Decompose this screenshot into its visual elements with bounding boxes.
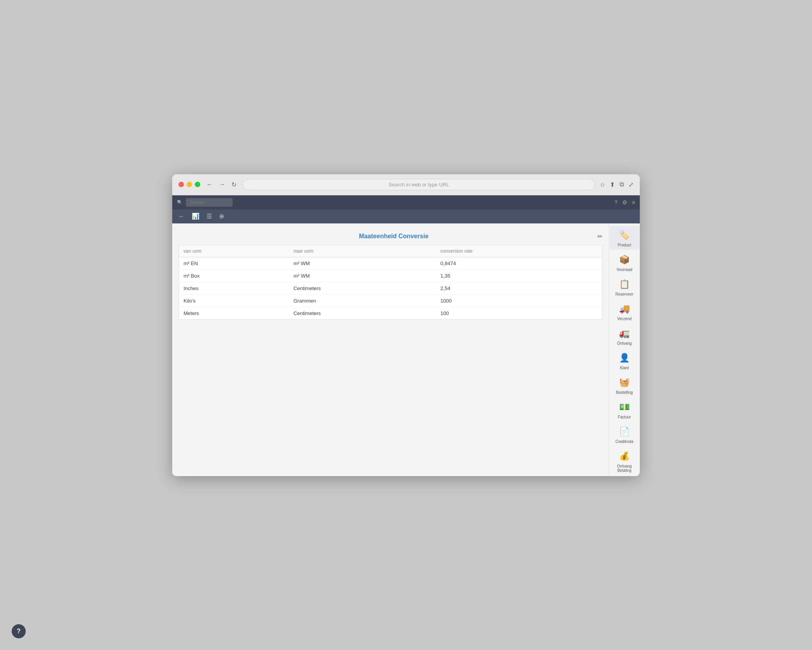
- table-body: m² EN m² WM 0,8474 m² Box m² WM 1,35 Inc…: [179, 257, 602, 319]
- back-nav-button[interactable]: ←: [177, 211, 186, 221]
- sidebar-item-label: Bestelling: [616, 390, 633, 395]
- sidebar-item-label: Creditnota: [615, 439, 633, 444]
- traffic-lights: [178, 182, 200, 187]
- cell-conversion-rate: 1000: [436, 294, 602, 307]
- back-button[interactable]: ←: [205, 180, 214, 189]
- col-conversion-rate: conversion rate: [436, 245, 602, 257]
- sidebar-item-label: Ontvang Betaling: [611, 464, 638, 473]
- sidebar-item-leverancier[interactable]: 🧑 Leverancier: [610, 476, 639, 476]
- share-button[interactable]: ⬆: [610, 181, 615, 188]
- table-row[interactable]: Inches Centimeters 2,54: [179, 282, 602, 294]
- cell-naar-uom: Centimeters: [289, 307, 436, 319]
- sidebar-item-creditnota[interactable]: 📄 Creditnota: [610, 422, 639, 446]
- cell-conversion-rate: 0,8474: [436, 257, 602, 269]
- sidebar-icon: 🧺: [618, 375, 632, 390]
- sidebar-item-ontvang-betaling[interactable]: 💰 Ontvang Betaling: [610, 447, 639, 475]
- table-row[interactable]: Kilo's Grammen 1000: [179, 294, 602, 307]
- sidebar-icon: 📦: [618, 253, 632, 267]
- top-bar-left: 🔍: [177, 198, 233, 207]
- sidebar-item-label: Factuur: [618, 415, 631, 419]
- sidebar-item-label: Voorraad: [616, 267, 632, 272]
- search-icon: 🔍: [177, 200, 183, 205]
- sidebar-icon: 📄: [618, 425, 632, 439]
- top-bar-right: ? ⚙ ≡: [614, 199, 635, 205]
- cell-naar-uom: m² WM: [289, 269, 436, 282]
- table-header: van uom naar uom conversion rate: [179, 245, 602, 257]
- edit-button[interactable]: ✏: [597, 233, 602, 240]
- close-button[interactable]: [178, 182, 184, 187]
- cell-van-uom: m² Box: [179, 269, 289, 282]
- browser-actions: ☆ ⬆ ⧉ ⤢: [600, 181, 634, 188]
- cell-van-uom: m² EN: [179, 257, 289, 269]
- cell-van-uom: Kilo's: [179, 294, 289, 307]
- fullscreen-button[interactable]: ⤢: [628, 181, 634, 188]
- cell-naar-uom: Grammen: [289, 294, 436, 307]
- chart-button[interactable]: 📊: [190, 211, 201, 221]
- sidebar-item-label: Product: [618, 243, 631, 247]
- sidebar-item-voorraad[interactable]: 📦 Voorraad: [610, 250, 639, 274]
- sidebar-icon: 💰: [618, 449, 632, 463]
- sidebar-item-ontvang[interactable]: 🚛 Ontvang: [610, 324, 639, 348]
- search-input[interactable]: [186, 198, 233, 207]
- sidebar-item-label: Reserveer: [615, 292, 633, 296]
- cell-van-uom: Inches: [179, 282, 289, 294]
- sidebar-icon: 💵: [618, 400, 632, 414]
- minimize-button[interactable]: [187, 182, 192, 187]
- page-title: Maateenheid Conversie: [190, 233, 597, 240]
- app-container: 🔍 ? ⚙ ≡ ← 📊 ☰ ⊕ Maateenheid Conver: [172, 195, 640, 476]
- table-row[interactable]: Meters Centimeters 100: [179, 307, 602, 319]
- sidebar-item-klant[interactable]: 👤 Klant: [610, 349, 639, 372]
- menu-icon[interactable]: ≡: [632, 199, 635, 205]
- sidebar-icon: 🚚: [618, 302, 632, 316]
- table-row[interactable]: m² Box m² WM 1,35: [179, 269, 602, 282]
- main-area: Maateenheid Conversie ✏ van uom naar uom…: [172, 223, 640, 476]
- col-naar-uom: naar uom: [289, 245, 436, 257]
- cell-van-uom: Meters: [179, 307, 289, 319]
- help-icon[interactable]: ?: [614, 199, 618, 205]
- cell-naar-uom: m² WM: [289, 257, 436, 269]
- sidebar-icon: 🏷️: [618, 228, 632, 242]
- help-button[interactable]: ?: [12, 624, 26, 638]
- sidebar-item-reserveer[interactable]: 📋 Reserveer: [610, 275, 639, 299]
- sidebar-item-factuur[interactable]: 💵 Factuur: [610, 398, 639, 422]
- cell-naar-uom: Centimeters: [289, 282, 436, 294]
- top-bar: 🔍 ? ⚙ ≡: [172, 195, 640, 209]
- cell-conversion-rate: 100: [436, 307, 602, 319]
- browser-navigation: ← → ↻: [205, 180, 238, 189]
- sidebar-item-product[interactable]: 🏷️ Product: [610, 226, 639, 250]
- sidebar-item-verzend[interactable]: 🚚 Verzend: [610, 299, 639, 323]
- cell-conversion-rate: 2,54: [436, 282, 602, 294]
- sidebar-item-label: Klant: [620, 366, 629, 370]
- url-bar[interactable]: Search in web or type URL: [243, 179, 595, 190]
- col-van-uom: van uom: [179, 245, 289, 257]
- sidebar-item-label: Verzend: [617, 317, 632, 321]
- right-sidebar: 🏷️ Product 📦 Voorraad 📋 Reserveer 🚚 Verz…: [609, 223, 640, 476]
- sidebar-item-label: Ontvang: [617, 341, 632, 345]
- tab-button[interactable]: ⧉: [620, 181, 624, 188]
- nav-bar: ← 📊 ☰ ⊕: [172, 209, 640, 223]
- maximize-button[interactable]: [195, 182, 200, 187]
- browser-chrome: ← → ↻ Search in web or type URL ☆ ⬆ ⧉ ⤢: [172, 174, 640, 195]
- sidebar-item-bestelling[interactable]: 🧺 Bestelling: [610, 373, 639, 397]
- reload-button[interactable]: ↻: [230, 180, 238, 189]
- settings-icon[interactable]: ⚙: [622, 199, 627, 205]
- sidebar-icon: 🚛: [618, 326, 632, 340]
- list-button[interactable]: ☰: [205, 211, 214, 221]
- sidebar-icon: 📋: [618, 277, 632, 291]
- sidebar-icon: 👤: [618, 351, 632, 365]
- conversion-table: van uom naar uom conversion rate m² EN m…: [178, 245, 602, 320]
- forward-button[interactable]: →: [217, 180, 227, 189]
- add-button[interactable]: ⊕: [217, 211, 226, 221]
- bookmark-button[interactable]: ☆: [600, 181, 605, 188]
- table-row[interactable]: m² EN m² WM 0,8474: [179, 257, 602, 269]
- content-area: Maateenheid Conversie ✏ van uom naar uom…: [172, 223, 609, 476]
- page-header: Maateenheid Conversie ✏: [178, 230, 602, 245]
- cell-conversion-rate: 1,35: [436, 269, 602, 282]
